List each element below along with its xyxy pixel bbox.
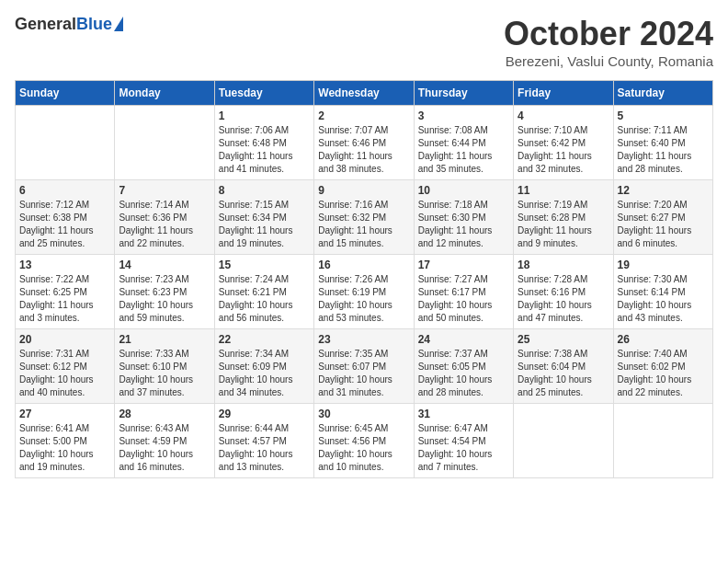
calendar-cell: 10Sunrise: 7:18 AMSunset: 6:30 PMDayligh… bbox=[414, 180, 513, 255]
day-number: 2 bbox=[318, 109, 409, 122]
logo-triangle-icon bbox=[114, 17, 123, 31]
day-info: Sunrise: 6:45 AMSunset: 4:56 PMDaylight:… bbox=[318, 422, 409, 474]
calendar-cell: 15Sunrise: 7:24 AMSunset: 6:21 PMDayligh… bbox=[214, 255, 313, 329]
day-number: 3 bbox=[418, 109, 509, 122]
day-number: 27 bbox=[19, 408, 110, 420]
day-info: Sunrise: 7:06 AMSunset: 6:48 PMDaylight:… bbox=[219, 124, 310, 176]
calendar-cell: 20Sunrise: 7:31 AMSunset: 6:12 PMDayligh… bbox=[16, 329, 115, 404]
day-info: Sunrise: 7:38 AMSunset: 6:04 PMDaylight:… bbox=[518, 348, 609, 399]
day-info: Sunrise: 7:19 AMSunset: 6:28 PMDaylight:… bbox=[518, 199, 609, 250]
day-info: Sunrise: 7:31 AMSunset: 6:12 PMDaylight:… bbox=[19, 348, 110, 399]
day-number: 7 bbox=[119, 184, 210, 197]
day-info: Sunrise: 7:08 AMSunset: 6:44 PMDaylight:… bbox=[418, 124, 509, 176]
calendar-cell: 21Sunrise: 7:33 AMSunset: 6:10 PMDayligh… bbox=[115, 329, 214, 404]
day-info: Sunrise: 6:41 AMSunset: 5:00 PMDaylight:… bbox=[19, 422, 110, 474]
calendar-body: 1Sunrise: 7:06 AMSunset: 6:48 PMDaylight… bbox=[16, 106, 713, 478]
day-info: Sunrise: 7:07 AMSunset: 6:46 PMDaylight:… bbox=[318, 124, 409, 176]
calendar-cell: 5Sunrise: 7:11 AMSunset: 6:40 PMDaylight… bbox=[613, 106, 712, 180]
day-info: Sunrise: 7:14 AMSunset: 6:36 PMDaylight:… bbox=[119, 199, 210, 250]
calendar-cell: 14Sunrise: 7:23 AMSunset: 6:23 PMDayligh… bbox=[115, 255, 214, 329]
day-number: 23 bbox=[318, 333, 409, 346]
day-number: 17 bbox=[418, 259, 509, 271]
day-info: Sunrise: 7:40 AMSunset: 6:02 PMDaylight:… bbox=[618, 348, 709, 399]
day-number: 22 bbox=[219, 333, 310, 346]
day-number: 10 bbox=[418, 184, 509, 197]
calendar-cell: 28Sunrise: 6:43 AMSunset: 4:59 PMDayligh… bbox=[115, 404, 214, 478]
calendar-cell: 23Sunrise: 7:35 AMSunset: 6:07 PMDayligh… bbox=[314, 329, 414, 404]
day-info: Sunrise: 6:43 AMSunset: 4:59 PMDaylight:… bbox=[119, 422, 210, 474]
calendar-cell: 26Sunrise: 7:40 AMSunset: 6:02 PMDayligh… bbox=[613, 329, 712, 404]
calendar-cell: 19Sunrise: 7:30 AMSunset: 6:14 PMDayligh… bbox=[613, 255, 712, 329]
day-number: 4 bbox=[518, 109, 609, 122]
day-info: Sunrise: 7:27 AMSunset: 6:17 PMDaylight:… bbox=[418, 273, 509, 325]
logo: General Blue bbox=[15, 15, 123, 34]
calendar-cell: 17Sunrise: 7:27 AMSunset: 6:17 PMDayligh… bbox=[414, 255, 513, 329]
day-number: 6 bbox=[19, 184, 110, 197]
day-number: 28 bbox=[119, 408, 210, 420]
day-number: 30 bbox=[318, 408, 409, 420]
day-info: Sunrise: 7:23 AMSunset: 6:23 PMDaylight:… bbox=[119, 273, 210, 325]
day-info: Sunrise: 6:44 AMSunset: 4:57 PMDaylight:… bbox=[219, 422, 310, 474]
day-number: 15 bbox=[219, 259, 310, 271]
month-title: October 2024 bbox=[504, 15, 713, 53]
calendar-cell: 30Sunrise: 6:45 AMSunset: 4:56 PMDayligh… bbox=[314, 404, 414, 478]
day-info: Sunrise: 7:34 AMSunset: 6:09 PMDaylight:… bbox=[219, 348, 310, 399]
calendar-cell: 16Sunrise: 7:26 AMSunset: 6:19 PMDayligh… bbox=[314, 255, 414, 329]
calendar-cell: 3Sunrise: 7:08 AMSunset: 6:44 PMDaylight… bbox=[414, 106, 513, 180]
day-number: 29 bbox=[219, 408, 310, 420]
day-number: 1 bbox=[219, 109, 310, 122]
calendar-week-row: 1Sunrise: 7:06 AMSunset: 6:48 PMDaylight… bbox=[16, 106, 713, 180]
subtitle: Berezeni, Vaslui County, Romania bbox=[504, 53, 713, 69]
calendar-week-row: 27Sunrise: 6:41 AMSunset: 5:00 PMDayligh… bbox=[16, 404, 713, 478]
calendar-cell bbox=[16, 106, 115, 180]
day-number: 14 bbox=[119, 259, 210, 271]
day-number: 18 bbox=[518, 259, 609, 271]
day-info: Sunrise: 7:33 AMSunset: 6:10 PMDaylight:… bbox=[119, 348, 210, 399]
calendar-week-row: 6Sunrise: 7:12 AMSunset: 6:38 PMDaylight… bbox=[16, 180, 713, 255]
day-info: Sunrise: 7:22 AMSunset: 6:25 PMDaylight:… bbox=[19, 273, 110, 325]
day-number: 26 bbox=[618, 333, 709, 346]
day-number: 20 bbox=[19, 333, 110, 346]
day-info: Sunrise: 7:12 AMSunset: 6:38 PMDaylight:… bbox=[19, 199, 110, 250]
day-info: Sunrise: 7:15 AMSunset: 6:34 PMDaylight:… bbox=[219, 199, 310, 250]
day-number: 19 bbox=[618, 259, 709, 271]
title-block: October 2024 Berezeni, Vaslui County, Ro… bbox=[504, 15, 713, 69]
day-info: Sunrise: 7:10 AMSunset: 6:42 PMDaylight:… bbox=[518, 124, 609, 176]
calendar-header: SundayMondayTuesdayWednesdayThursdayFrid… bbox=[16, 81, 713, 106]
logo-general-text: General bbox=[15, 15, 76, 34]
header-row: SundayMondayTuesdayWednesdayThursdayFrid… bbox=[16, 81, 713, 106]
day-number: 25 bbox=[518, 333, 609, 346]
day-number: 11 bbox=[518, 184, 609, 197]
calendar-cell: 12Sunrise: 7:20 AMSunset: 6:27 PMDayligh… bbox=[613, 180, 712, 255]
calendar-cell: 6Sunrise: 7:12 AMSunset: 6:38 PMDaylight… bbox=[16, 180, 115, 255]
day-info: Sunrise: 7:28 AMSunset: 6:16 PMDaylight:… bbox=[518, 273, 609, 325]
day-number: 8 bbox=[219, 184, 310, 197]
day-header: Friday bbox=[514, 81, 613, 106]
day-info: Sunrise: 7:18 AMSunset: 6:30 PMDaylight:… bbox=[418, 199, 509, 250]
logo-blue-text: Blue bbox=[76, 15, 112, 34]
day-info: Sunrise: 7:26 AMSunset: 6:19 PMDaylight:… bbox=[318, 273, 409, 325]
day-header: Sunday bbox=[16, 81, 115, 106]
day-number: 31 bbox=[418, 408, 509, 420]
day-info: Sunrise: 7:30 AMSunset: 6:14 PMDaylight:… bbox=[618, 273, 709, 325]
calendar-week-row: 20Sunrise: 7:31 AMSunset: 6:12 PMDayligh… bbox=[16, 329, 713, 404]
page-header: General Blue October 2024 Berezeni, Vasl… bbox=[15, 15, 713, 69]
calendar-cell: 13Sunrise: 7:22 AMSunset: 6:25 PMDayligh… bbox=[16, 255, 115, 329]
day-header: Wednesday bbox=[314, 81, 414, 106]
day-header: Tuesday bbox=[214, 81, 313, 106]
day-info: Sunrise: 7:20 AMSunset: 6:27 PMDaylight:… bbox=[618, 199, 709, 250]
calendar-cell: 31Sunrise: 6:47 AMSunset: 4:54 PMDayligh… bbox=[414, 404, 513, 478]
calendar-cell: 9Sunrise: 7:16 AMSunset: 6:32 PMDaylight… bbox=[314, 180, 414, 255]
day-number: 24 bbox=[418, 333, 509, 346]
day-info: Sunrise: 7:16 AMSunset: 6:32 PMDaylight:… bbox=[318, 199, 409, 250]
day-number: 16 bbox=[318, 259, 409, 271]
day-header: Saturday bbox=[613, 81, 712, 106]
day-info: Sunrise: 7:24 AMSunset: 6:21 PMDaylight:… bbox=[219, 273, 310, 325]
calendar-cell: 7Sunrise: 7:14 AMSunset: 6:36 PMDaylight… bbox=[115, 180, 214, 255]
calendar-cell: 1Sunrise: 7:06 AMSunset: 6:48 PMDaylight… bbox=[214, 106, 313, 180]
calendar-cell bbox=[514, 404, 613, 478]
calendar-cell: 27Sunrise: 6:41 AMSunset: 5:00 PMDayligh… bbox=[16, 404, 115, 478]
day-header: Monday bbox=[115, 81, 214, 106]
day-number: 12 bbox=[618, 184, 709, 197]
calendar-cell bbox=[613, 404, 712, 478]
